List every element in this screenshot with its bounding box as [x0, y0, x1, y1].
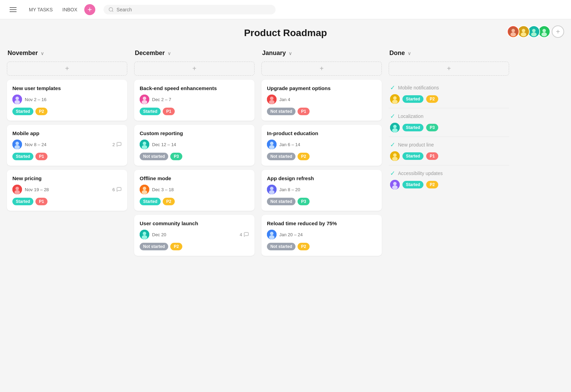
card-meta: Jan 20 – 24	[267, 230, 376, 239]
card-reload-time[interactable]: Reload time reduced by 75% Jan 20 – 24 N…	[261, 215, 382, 256]
card-date: Nov 2 – 16	[25, 97, 46, 102]
card-avatar	[12, 140, 22, 149]
search-input[interactable]	[117, 7, 271, 12]
svg-point-10	[531, 32, 537, 36]
add-card-btn-january[interactable]: +	[261, 62, 382, 76]
card-new-product-line[interactable]: ✓ New product line Started P1	[389, 137, 509, 165]
card-tags: Not started P2	[267, 243, 376, 250]
card-new-pricing[interactable]: New pricing Nov 19 – 28 6 Started P1	[7, 170, 127, 211]
priority-badge: P2	[298, 243, 310, 250]
status-badge: Started	[402, 152, 423, 160]
status-badge: Started	[402, 124, 423, 131]
header-avatars: +	[507, 25, 564, 38]
card-offline-mode[interactable]: Offline mode Dec 3 – 18 Started P2	[134, 170, 255, 211]
svg-point-34	[142, 235, 147, 239]
svg-point-54	[393, 153, 397, 157]
status-badge: Started	[12, 108, 33, 115]
card-title: New product line	[398, 142, 434, 148]
avatar-1[interactable]	[507, 25, 519, 38]
add-card-btn-done[interactable]: +	[389, 62, 509, 76]
svg-point-24	[143, 97, 146, 100]
svg-point-18	[15, 142, 19, 145]
svg-point-43	[269, 190, 274, 194]
card-avatar	[12, 185, 22, 194]
column-chevron-done[interactable]: ∨	[408, 51, 411, 56]
card-mobile-app[interactable]: Mobile app Nov 8 – 24 2 Started P1	[7, 125, 127, 166]
svg-point-19	[14, 145, 20, 149]
column-chevron-january[interactable]: ∨	[289, 51, 292, 56]
done-title-row: ✓ Localization	[390, 112, 508, 120]
card-avatar	[140, 95, 149, 104]
card-date: Dec 3 – 18	[152, 187, 174, 192]
svg-point-13	[541, 32, 547, 36]
search-bar	[104, 5, 276, 14]
card-date: Dec 20	[152, 232, 166, 237]
check-icon: ✓	[390, 112, 395, 120]
card-user-community-launch[interactable]: User community launch Dec 20 4 Not start…	[134, 215, 255, 256]
card-meta: Nov 2 – 16	[12, 95, 122, 104]
card-title: In-product education	[267, 130, 376, 136]
card-meta: Started P3	[390, 123, 508, 132]
card-accessibility-updates[interactable]: ✓ Accessibility updates Started P2	[389, 165, 509, 194]
done-title-row: ✓ New product line	[390, 141, 508, 149]
column-january: January ∨ + Upgrade payment options Jan …	[261, 50, 382, 260]
card-tags: Started P1	[140, 108, 249, 115]
add-member-button[interactable]: +	[552, 25, 564, 38]
column-title-december: December	[135, 50, 165, 57]
my-tasks-link[interactable]: MY TASKS	[25, 5, 57, 14]
priority-badge: P3	[170, 153, 182, 160]
hamburger-menu[interactable]	[7, 4, 19, 15]
svg-point-46	[269, 235, 274, 239]
card-avatar	[390, 180, 400, 189]
status-badge: Started	[402, 181, 423, 188]
card-meta: Started P2	[390, 180, 508, 189]
svg-point-31	[142, 190, 147, 194]
card-custom-reporting[interactable]: Custom reporting Dec 12 – 14 Not started…	[134, 125, 255, 166]
svg-point-27	[143, 142, 146, 145]
column-december: December ∨ + Back-end speed enhancements…	[134, 50, 255, 260]
card-tags: Started P1	[12, 198, 122, 205]
svg-point-15	[15, 97, 19, 100]
column-chevron-november[interactable]: ∨	[41, 51, 44, 56]
card-mobile-notifications[interactable]: ✓ Mobile notifications Started P2	[389, 80, 509, 108]
card-upgrade-payment[interactable]: Upgrade payment options Jan 4 Not starte…	[261, 80, 382, 121]
svg-point-42	[270, 187, 273, 190]
status-badge: Not started	[267, 153, 295, 160]
priority-badge: P1	[426, 152, 438, 160]
svg-point-3	[511, 29, 515, 32]
card-title: Upgrade payment options	[267, 85, 376, 91]
column-chevron-december[interactable]: ∨	[168, 51, 171, 56]
comment-icon	[244, 232, 249, 237]
card-title: Back-end speed enhancements	[140, 85, 249, 91]
card-in-product-education[interactable]: In-product education Jan 6 – 14 Not star…	[261, 125, 382, 166]
comment-count: 2	[112, 142, 122, 147]
svg-point-39	[270, 142, 273, 145]
svg-point-33	[143, 232, 146, 235]
card-localization[interactable]: ✓ Localization Started P3	[389, 108, 509, 137]
status-badge: Not started	[140, 153, 168, 160]
card-avatar	[12, 95, 22, 104]
card-backend-speed[interactable]: Back-end speed enhancements Dec 2 – 7 St…	[134, 80, 255, 121]
comment-count: 6	[112, 187, 122, 192]
card-new-user-templates[interactable]: New user templates Nov 2 – 16 Started P2	[7, 80, 127, 121]
card-avatar	[140, 185, 149, 194]
add-card-btn-november[interactable]: +	[7, 62, 127, 76]
search-icon	[108, 7, 114, 12]
card-app-design-refresh[interactable]: App design refresh Jan 8 – 20 Not starte…	[261, 170, 382, 211]
card-tags: Not started P3	[140, 153, 249, 160]
priority-badge: P1	[35, 198, 47, 205]
nav-links: MY TASKS INBOX	[25, 5, 82, 14]
priority-badge: P2	[426, 181, 438, 188]
add-card-btn-december[interactable]: +	[134, 62, 255, 76]
inbox-link[interactable]: INBOX	[58, 5, 82, 14]
svg-point-51	[393, 125, 397, 128]
priority-badge: P2	[35, 108, 47, 115]
add-button[interactable]: +	[84, 4, 95, 15]
svg-point-6	[522, 29, 525, 32]
card-meta: Jan 6 – 14	[267, 140, 376, 149]
card-meta: Started P2	[390, 94, 508, 104]
svg-point-9	[532, 29, 536, 32]
card-title: Mobile notifications	[398, 85, 439, 90]
status-badge: Not started	[267, 198, 295, 205]
status-badge: Not started	[140, 243, 168, 250]
